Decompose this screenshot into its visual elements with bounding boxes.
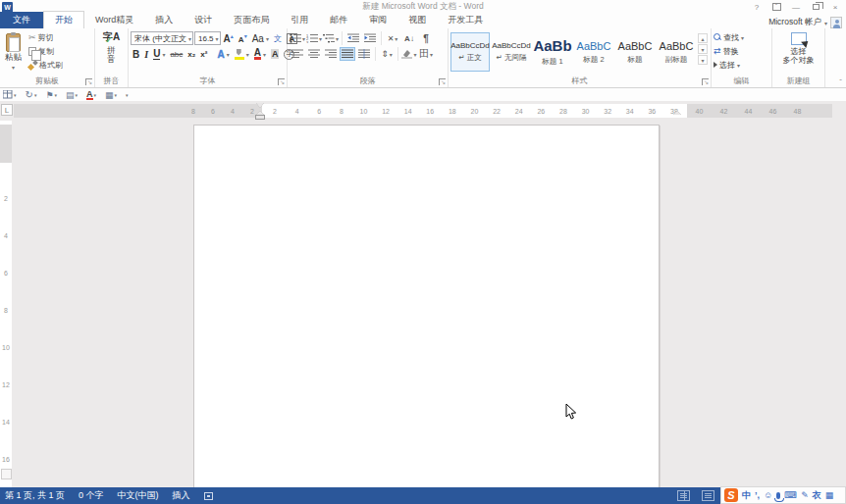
collapse-ribbon-button[interactable]: ˆ xyxy=(839,77,842,86)
styles-dialog-launcher[interactable]: ↘ xyxy=(702,78,709,85)
qat-font-color-button[interactable]: A▾ xyxy=(86,90,96,100)
right-indent-marker[interactable] xyxy=(673,111,681,115)
left-indent-marker[interactable] xyxy=(256,116,264,119)
bullets-button[interactable]: ▾ xyxy=(290,31,305,45)
align-center-button[interactable] xyxy=(306,47,322,61)
ime-keyboard-icon[interactable]: ⌨ xyxy=(784,490,797,500)
text-effects-button[interactable]: A▾ xyxy=(215,47,231,61)
character-shading-button[interactable]: A xyxy=(269,47,282,61)
multilevel-list-button[interactable]: ▾ xyxy=(323,31,339,45)
tab-references[interactable]: 引用 xyxy=(280,12,319,28)
ime-chinese-mode-icon[interactable]: 中 xyxy=(742,489,751,502)
format-painter-button[interactable]: 格式刷 xyxy=(26,58,65,72)
style-title[interactable]: AaBbC标题 xyxy=(615,32,655,72)
strikethrough-button[interactable]: abc xyxy=(168,47,185,61)
styles-scroll-up-button[interactable]: ▴ xyxy=(698,33,708,43)
tab-insert[interactable]: 插入 xyxy=(144,12,184,28)
tab-file[interactable]: 文件 xyxy=(0,12,43,28)
subscript-button[interactable]: x₂ xyxy=(185,47,197,61)
change-case-button[interactable]: Aa▾ xyxy=(250,31,271,45)
highlight-color-button[interactable]: ▾ xyxy=(233,47,251,61)
borders-button[interactable]: 田▾ xyxy=(418,47,434,61)
style-normal[interactable]: AaBbCcDd↵ 正文 xyxy=(450,32,490,72)
read-mode-button[interactable] xyxy=(677,490,690,501)
select-button[interactable]: 选择▾ xyxy=(714,58,769,72)
document-area[interactable]: L 8642 246810121416182022242628303234363… xyxy=(0,101,846,487)
tab-review[interactable]: 审阅 xyxy=(358,12,397,28)
page-number-status[interactable]: 第 1 页, 共 1 页 xyxy=(5,489,65,502)
document-page[interactable] xyxy=(193,125,660,487)
tab-developer[interactable]: 开发工具 xyxy=(437,12,494,28)
copy-button[interactable]: 复制 xyxy=(26,44,65,58)
tab-stop-selector[interactable]: L xyxy=(1,104,13,116)
tab-mailings[interactable]: 邮件 xyxy=(319,12,358,28)
grow-font-button[interactable]: A▴ xyxy=(222,31,236,45)
restore-button[interactable] xyxy=(807,1,824,14)
paragraph-dialog-launcher[interactable]: ↘ xyxy=(439,78,446,85)
avatar[interactable] xyxy=(830,17,842,28)
font-color-button[interactable]: A▾ xyxy=(252,47,268,61)
tab-page-layout[interactable]: 页面布局 xyxy=(223,12,280,28)
hruler-center-numbers[interactable]: 2468101214161820222426283032343638 xyxy=(262,104,687,118)
ime-emoji-icon[interactable]: ☺ xyxy=(764,490,772,500)
minimize-button[interactable]: — xyxy=(787,1,805,14)
replace-button[interactable]: ⇄替换 xyxy=(714,44,769,58)
ribbon-display-options-button[interactable]: ˆ xyxy=(767,1,785,14)
style-heading-2[interactable]: AaBbC标题 2 xyxy=(574,32,613,72)
print-layout-button[interactable] xyxy=(702,490,714,501)
style-no-spacing[interactable]: AaBbCcDd↵ 无间隔 xyxy=(492,32,531,72)
close-button[interactable]: × xyxy=(826,1,844,14)
hruler-right-numbers[interactable]: 4042444648 xyxy=(687,104,832,118)
qat-grid-button[interactable]: ▾ xyxy=(3,90,17,99)
ime-punctuation-icon[interactable]: ’, xyxy=(755,490,760,500)
tab-view[interactable]: 视图 xyxy=(397,12,437,28)
ime-toolbox-icon[interactable]: ▦ xyxy=(825,490,834,500)
distribute-button[interactable] xyxy=(356,47,372,61)
sogou-logo-icon[interactable]: S xyxy=(724,488,738,502)
font-size-combo[interactable]: 16.5▾ xyxy=(194,31,221,45)
styles-gallery-more-button[interactable]: ▾ xyxy=(698,55,708,65)
shading-button[interactable]: ▾ xyxy=(401,47,417,61)
style-subtitle[interactable]: AaBbC副标题 xyxy=(657,32,696,72)
paste-button[interactable]: 粘贴 ▾ xyxy=(2,30,25,76)
font-dialog-launcher[interactable]: ↘ xyxy=(278,78,285,85)
qat-undo-button[interactable]: ↻▾ xyxy=(26,89,37,100)
decrease-indent-button[interactable] xyxy=(345,31,361,45)
show-hide-marks-button[interactable]: ¶ xyxy=(418,31,434,45)
qat-document-button[interactable]: ▤▾ xyxy=(66,90,78,100)
numbering-button[interactable]: 123▾ xyxy=(306,31,322,45)
word-app-icon[interactable]: W xyxy=(2,2,13,13)
tab-home[interactable]: 开始 xyxy=(43,11,84,28)
first-line-indent-marker[interactable] xyxy=(256,103,264,108)
bold-button[interactable]: B xyxy=(131,47,141,61)
ruler-bottom-icon[interactable] xyxy=(1,469,12,479)
justify-button[interactable] xyxy=(340,47,355,61)
macro-record-icon[interactable] xyxy=(204,492,213,500)
pinyin-button[interactable]: 字A 拼音 xyxy=(97,30,126,65)
qat-flag-button[interactable]: ⚑▾ xyxy=(45,90,57,100)
ime-handwriting-icon[interactable]: ✎ xyxy=(801,490,809,500)
align-left-button[interactable] xyxy=(290,47,305,61)
hruler-left-numbers[interactable]: 8642 xyxy=(14,104,262,118)
superscript-button[interactable]: x² xyxy=(198,47,209,61)
account-menu[interactable]: Microsoft 帐户 ▾ xyxy=(768,17,846,28)
insert-mode-status[interactable]: 插入 xyxy=(173,489,190,502)
select-multiple-objects-button[interactable]: 选择多个对象 xyxy=(774,30,822,66)
asian-layout-button[interactable]: ✕▾ xyxy=(385,31,400,45)
qat-table-button[interactable]: ▦▾ xyxy=(105,90,117,100)
vertical-ruler[interactable]: 246810121416 xyxy=(0,121,12,487)
underline-button[interactable]: U▾ xyxy=(151,47,167,61)
phonetic-guide-button[interactable]: 文 xyxy=(272,31,284,45)
line-spacing-button[interactable]: ⇕▾ xyxy=(379,47,395,61)
hanging-indent-marker[interactable] xyxy=(256,111,264,115)
align-right-button[interactable] xyxy=(323,47,339,61)
sort-button[interactable]: A↓ xyxy=(401,31,417,45)
word-count-status[interactable]: 0 个字 xyxy=(79,489,104,502)
style-heading-1[interactable]: AaBb标题 1 xyxy=(533,32,572,72)
language-status[interactable]: 中文(中国) xyxy=(118,489,159,502)
tab-design[interactable]: 设计 xyxy=(184,12,223,28)
find-button[interactable]: 查找▾ xyxy=(714,30,769,44)
cut-button[interactable]: ✂剪切 xyxy=(26,30,65,44)
clipboard-dialog-launcher[interactable]: ↘ xyxy=(85,78,92,85)
tab-word-wizard[interactable]: Word精灵 xyxy=(84,12,144,28)
